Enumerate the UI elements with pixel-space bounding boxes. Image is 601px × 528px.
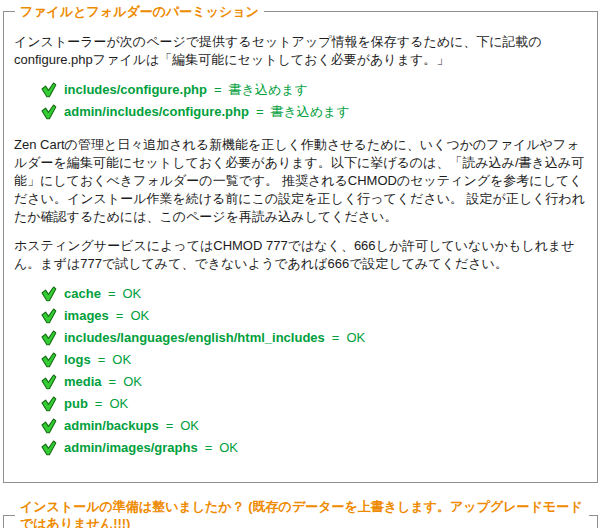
check-icon bbox=[40, 396, 57, 412]
equals-sign: = bbox=[95, 394, 103, 414]
folder-name: pub bbox=[64, 394, 88, 414]
folder-name: admin/backups bbox=[64, 416, 159, 436]
config-file-row: includes/configure.php = 書き込めます bbox=[40, 80, 589, 100]
folder-status: OK bbox=[346, 328, 365, 348]
folder-row: admin/backups = OK bbox=[40, 416, 589, 436]
equals-sign: = bbox=[116, 306, 124, 326]
permissions-legend: ファイルとフォルダーのパーミッション bbox=[15, 3, 264, 20]
check-icon bbox=[40, 330, 57, 346]
equals-sign: = bbox=[109, 372, 117, 392]
folder-status: OK bbox=[123, 372, 142, 392]
folder-row: includes/languages/english/html_includes… bbox=[40, 328, 589, 348]
equals-sign: = bbox=[108, 284, 116, 304]
check-icon bbox=[40, 104, 57, 120]
folder-status: OK bbox=[112, 350, 131, 370]
folder-row: pub = OK bbox=[40, 394, 589, 414]
config-file-status: 書き込めます bbox=[271, 102, 350, 122]
folder-name: includes/languages/english/html_includes bbox=[64, 328, 325, 348]
folder-name: logs bbox=[64, 350, 91, 370]
check-icon bbox=[40, 374, 57, 390]
folder-status: OK bbox=[180, 416, 199, 436]
permissions-fieldset: ファイルとフォルダーのパーミッション インストーラーが次のページで提供するセット… bbox=[3, 3, 598, 483]
check-icon bbox=[40, 286, 57, 302]
folder-row: logs = OK bbox=[40, 350, 589, 370]
folder-row: admin/images/graphs = OK bbox=[40, 438, 589, 458]
equals-sign: = bbox=[332, 328, 340, 348]
hosting-paragraph: ホスティングサービスによってはCHMOD 777ではなく、666しか許可していな… bbox=[14, 237, 587, 273]
chmod-paragraph: Zen Cartの管理と日々追加される新機能を正しく作動させるために、いくつかの… bbox=[14, 136, 587, 226]
equals-sign: = bbox=[256, 102, 264, 122]
folder-status: OK bbox=[130, 306, 149, 326]
install-ready-legend: インストールの準備は整いましたか？ (既存のデーターを上書きします。アップグレー… bbox=[15, 498, 589, 528]
check-icon bbox=[40, 352, 57, 368]
folder-name: admin/images/graphs bbox=[64, 438, 198, 458]
install-ready-fieldset: インストールの準備は整いましたか？ (既存のデーターを上書きします。アップグレー… bbox=[3, 498, 598, 528]
folder-row: cache = OK bbox=[40, 284, 589, 304]
folder-status: OK bbox=[219, 438, 238, 458]
config-file-row: admin/includes/configure.php = 書き込めます bbox=[40, 102, 589, 122]
folder-name: images bbox=[64, 306, 109, 326]
folder-row: media = OK bbox=[40, 372, 589, 392]
equals-sign: = bbox=[98, 350, 106, 370]
config-file-status: 書き込めます bbox=[229, 80, 308, 100]
folder-status: OK bbox=[122, 284, 141, 304]
folder-status: OK bbox=[109, 394, 128, 414]
config-file-name: includes/configure.php bbox=[64, 80, 207, 100]
check-icon bbox=[40, 308, 57, 324]
config-file-checklist: includes/configure.php = 書き込めます admin/in… bbox=[12, 80, 589, 122]
equals-sign: = bbox=[214, 80, 222, 100]
config-file-name: admin/includes/configure.php bbox=[64, 102, 249, 122]
folder-row: images = OK bbox=[40, 306, 589, 326]
intro-paragraph: インストーラーが次のページで提供するセットアップ情報を保存するために、下に記載の… bbox=[14, 33, 587, 69]
check-icon bbox=[40, 440, 57, 456]
check-icon bbox=[40, 418, 57, 434]
folder-checklist: cache = OK images = OK includes/language… bbox=[12, 284, 589, 458]
equals-sign: = bbox=[166, 416, 174, 436]
equals-sign: = bbox=[205, 438, 213, 458]
folder-name: media bbox=[64, 372, 102, 392]
page: ファイルとフォルダーのパーミッション インストーラーが次のページで提供するセット… bbox=[0, 0, 601, 528]
check-icon bbox=[40, 82, 57, 98]
folder-name: cache bbox=[64, 284, 101, 304]
